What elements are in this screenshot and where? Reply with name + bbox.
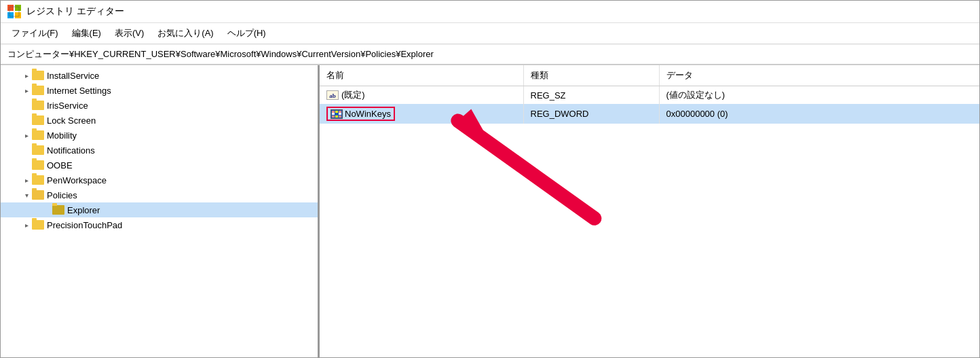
tree-arrow-oobe — [21, 160, 32, 171]
tree-label-lockscreen: Lock Screen — [47, 115, 96, 126]
tree-item-explorer[interactable]: Explorer — [1, 202, 318, 217]
dword-icon — [331, 109, 343, 119]
tree-label-explorer: Explorer — [67, 205, 100, 215]
tree-label-installservice: InstallService — [47, 71, 99, 81]
tree-arrow-mobility — [21, 130, 32, 141]
tree-label-irisservice: IrisService — [47, 101, 88, 111]
tree-label-notifications: Notifications — [47, 145, 95, 156]
tree-item-lockscreen[interactable]: Lock Screen — [1, 113, 318, 128]
title-bar: レジストリ エディター — [1, 1, 979, 23]
tree-item-notifications[interactable]: Notifications — [1, 143, 318, 158]
ab-icon: ab — [326, 90, 339, 100]
folder-icon-irisservice — [32, 101, 44, 110]
default-name-cell: ab (既定) — [326, 89, 365, 101]
tree-item-policies[interactable]: Policies — [1, 187, 318, 202]
svg-line-6 — [458, 121, 595, 219]
tree-label-policies: Policies — [47, 190, 77, 200]
menu-file[interactable]: ファイル(F) — [5, 25, 65, 41]
tree-panel: InstallService Internet Settings IrisSer… — [1, 65, 320, 357]
tree-arrow-irisservice — [21, 100, 32, 111]
detail-panel: 名前 種類 データ ab (既定) REG_SZ — [320, 65, 979, 357]
folder-icon-installservice — [32, 71, 44, 80]
menu-bar: ファイル(F) 編集(E) 表示(V) お気に入り(A) ヘルプ(H) — [1, 23, 979, 44]
app-icon — [7, 5, 21, 18]
folder-icon-precisiontouchpad — [32, 220, 44, 230]
cell-data-default: (値の設定なし) — [659, 86, 979, 105]
tree-item-oobe[interactable]: OOBE — [1, 158, 318, 173]
table-row[interactable]: NoWinKeys REG_DWORD 0x00000000 (0) — [320, 104, 979, 124]
svg-rect-1 — [15, 5, 21, 11]
tree-arrow-installservice — [21, 70, 32, 81]
tree-arrow-lockscreen — [21, 115, 32, 126]
tree-item-irisservice[interactable]: IrisService — [1, 98, 318, 113]
tree-label-penworkspace: PenWorkspace — [47, 175, 107, 185]
nowinkeys-highlighted-box: NoWinKeys — [326, 107, 395, 121]
svg-rect-0 — [7, 5, 14, 11]
cell-data-nowinkeys: 0x00000000 (0) — [659, 104, 979, 124]
folder-icon-lockscreen — [32, 115, 44, 125]
folder-icon-penworkspace — [32, 175, 44, 185]
menu-help[interactable]: ヘルプ(H) — [221, 25, 273, 41]
svg-rect-3 — [15, 12, 21, 18]
table-row[interactable]: ab (既定) REG_SZ (値の設定なし) — [320, 86, 979, 105]
cell-name-nowinkeys: NoWinKeys — [320, 104, 523, 124]
tree-label-precisiontouchpad: PrecisionTouchPad — [47, 220, 122, 230]
tree-item-penworkspace[interactable]: PenWorkspace — [1, 173, 318, 187]
tree-arrow-precisiontouchpad — [21, 219, 32, 230]
tree-label-mobility: Mobility — [47, 130, 77, 141]
tree-item-precisiontouchpad[interactable]: PrecisionTouchPad — [1, 217, 318, 232]
registry-editor-window: レジストリ エディター ファイル(F) 編集(E) 表示(V) お気に入り(A)… — [0, 0, 980, 358]
tree-label-oobe: OOBE — [47, 160, 73, 171]
cell-name-default-label: (既定) — [341, 89, 365, 101]
tree-item-mobility[interactable]: Mobility — [1, 128, 318, 143]
menu-favorites[interactable]: お気に入り(A) — [151, 25, 220, 41]
address-path: コンピューター¥HKEY_CURRENT_USER¥Software¥Micro… — [7, 49, 434, 59]
tree-arrow-penworkspace — [21, 175, 32, 185]
col-header-name[interactable]: 名前 — [320, 65, 523, 86]
tree-arrow-policies — [21, 190, 32, 200]
window-title: レジストリ エディター — [26, 5, 124, 18]
folder-icon-explorer — [52, 205, 64, 215]
menu-edit[interactable]: 編集(E) — [65, 25, 108, 41]
folder-icon-oobe — [32, 160, 44, 170]
cell-type-default: REG_SZ — [523, 86, 659, 105]
cell-type-nowinkeys: REG_DWORD — [523, 104, 659, 124]
col-header-type[interactable]: 種類 — [523, 65, 659, 86]
col-header-data[interactable]: データ — [659, 65, 979, 86]
content-area: InstallService Internet Settings IrisSer… — [1, 65, 979, 357]
cell-name-default: ab (既定) — [320, 86, 523, 105]
svg-rect-2 — [7, 12, 14, 18]
folder-icon-internetsettings — [32, 86, 44, 95]
folder-icon-policies — [32, 190, 44, 200]
tree-label-internetsettings: Internet Settings — [47, 86, 111, 96]
tree-arrow-internetsettings — [21, 85, 32, 96]
folder-icon-notifications — [32, 145, 44, 155]
tree-item-installservice[interactable]: InstallService — [1, 68, 318, 83]
tree-arrow-explorer — [41, 204, 52, 215]
folder-icon-mobility — [32, 130, 44, 140]
menu-view[interactable]: 表示(V) — [108, 25, 151, 41]
detail-table: 名前 種類 データ ab (既定) REG_SZ — [320, 65, 979, 124]
tree-item-internetsettings[interactable]: Internet Settings — [1, 83, 318, 98]
tree-arrow-notifications — [21, 145, 32, 156]
cell-name-nowinkeys-label: NoWinKeys — [345, 109, 391, 119]
address-bar: コンピューター¥HKEY_CURRENT_USER¥Software¥Micro… — [1, 44, 979, 65]
